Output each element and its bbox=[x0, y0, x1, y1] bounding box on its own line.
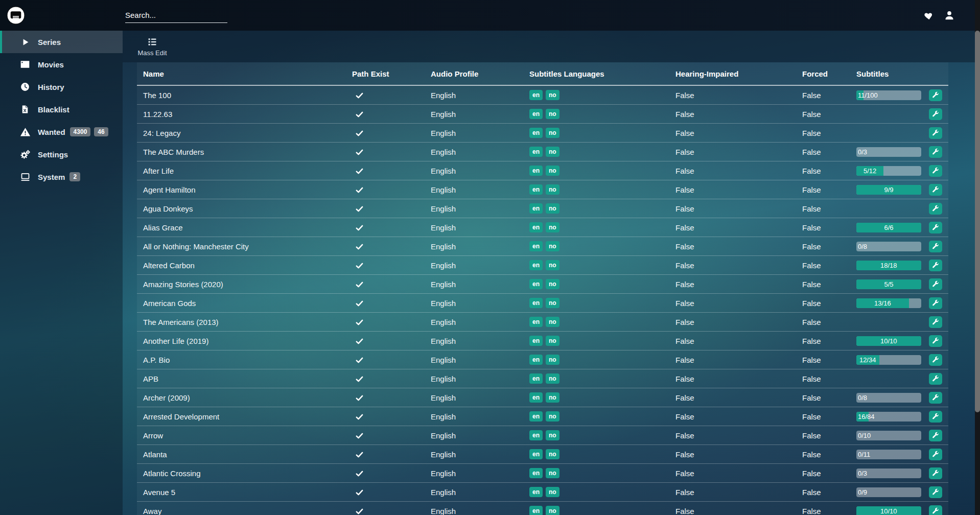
table-row[interactable]: The 100EnglishennoFalseFalse11/100 bbox=[137, 86, 948, 105]
edit-series-button[interactable] bbox=[929, 449, 942, 460]
series-name-link[interactable]: Archer (2009) bbox=[143, 393, 190, 402]
edit-series-button[interactable] bbox=[929, 165, 942, 177]
edit-series-button[interactable] bbox=[929, 278, 942, 290]
edit-series-button[interactable] bbox=[929, 411, 942, 423]
table-row[interactable]: Archer (2009)EnglishennoFalseFalse0/8 bbox=[137, 388, 948, 407]
language-badge: no bbox=[546, 298, 559, 308]
series-name-link[interactable]: APB bbox=[143, 374, 158, 383]
bazarr-logo-icon[interactable] bbox=[7, 6, 25, 25]
user-icon[interactable] bbox=[943, 9, 955, 21]
table-row[interactable]: Atlantic CrossingEnglishennoFalseFalse0/… bbox=[137, 464, 948, 483]
series-name-link[interactable]: Amazing Stories (2020) bbox=[143, 280, 223, 289]
table-row[interactable]: 24: LegacyEnglishennoFalseFalse bbox=[137, 124, 948, 143]
table-row[interactable]: Alias GraceEnglishennoFalseFalse6/6 bbox=[137, 218, 948, 237]
wrench-icon bbox=[932, 507, 939, 514]
table-row[interactable]: AwayEnglishennoFalseFalse10/10 bbox=[137, 502, 948, 515]
table-row[interactable]: Altered CarbonEnglishennoFalseFalse18/18 bbox=[137, 256, 948, 275]
edit-series-button[interactable] bbox=[929, 297, 942, 309]
edit-series-button[interactable] bbox=[929, 316, 942, 328]
table-row[interactable]: Arrested DevelopmentEnglishennoFalseFals… bbox=[137, 407, 948, 426]
hearing-impaired-cell: False bbox=[675, 223, 802, 232]
edit-series-button[interactable] bbox=[929, 241, 942, 252]
table-row[interactable]: American GodsEnglishennoFalseFalse13/16 bbox=[137, 294, 948, 313]
table-row[interactable]: ArrowEnglishennoFalseFalse0/10 bbox=[137, 426, 948, 445]
language-badge: no bbox=[546, 279, 559, 289]
progress-label: 10/10 bbox=[880, 336, 897, 346]
search-input[interactable] bbox=[125, 8, 227, 23]
edit-series-button[interactable] bbox=[929, 486, 942, 498]
edit-series-button[interactable] bbox=[929, 392, 942, 404]
series-name-link[interactable]: A.P. Bio bbox=[143, 356, 170, 364]
table-row[interactable]: A.P. BioEnglishennoFalseFalse12/34 bbox=[137, 350, 948, 369]
table-row[interactable]: Agent HamiltonEnglishennoFalseFalse9/9 bbox=[137, 180, 948, 199]
series-name-link[interactable]: The ABC Murders bbox=[143, 148, 204, 156]
series-name-link[interactable]: Away bbox=[143, 507, 161, 515]
sidebar-item-settings[interactable]: Settings bbox=[0, 143, 123, 166]
table-row[interactable]: The ABC MurdersEnglishennoFalseFalse0/3 bbox=[137, 143, 948, 161]
series-name-link[interactable]: Alias Grace bbox=[143, 223, 183, 232]
edit-series-button[interactable] bbox=[929, 127, 942, 139]
edit-series-button[interactable] bbox=[929, 354, 942, 366]
table-row[interactable]: After LifeEnglishennoFalseFalse5/12 bbox=[137, 161, 948, 180]
sidebar-item-movies[interactable]: Movies bbox=[0, 53, 123, 76]
edit-series-button[interactable] bbox=[929, 89, 942, 101]
series-name-link[interactable]: Atlantic Crossing bbox=[143, 469, 201, 478]
edit-series-button[interactable] bbox=[929, 184, 942, 196]
bazarr-app: SeriesMoviesHistoryBlacklistWanted430046… bbox=[0, 0, 980, 515]
language-badge: en bbox=[529, 298, 543, 308]
table-row[interactable]: AtlantaEnglishennoFalseFalse0/11 bbox=[137, 445, 948, 464]
heart-icon[interactable] bbox=[923, 9, 935, 21]
sidebar-item-series[interactable]: Series bbox=[0, 31, 123, 53]
series-name-link[interactable]: The 100 bbox=[143, 91, 171, 100]
subtitles-progress-bar: 0/8 bbox=[856, 393, 921, 403]
sidebar-item-system[interactable]: System2 bbox=[0, 166, 123, 188]
language-badge: no bbox=[546, 222, 559, 232]
sidebar-item-blacklist[interactable]: Blacklist bbox=[0, 98, 123, 121]
scrollbar-thumb[interactable] bbox=[975, 31, 980, 412]
edit-series-button[interactable] bbox=[929, 373, 942, 385]
series-name-link[interactable]: Atlanta bbox=[143, 450, 167, 459]
edit-series-button[interactable] bbox=[929, 260, 942, 271]
series-name-link[interactable]: Avenue 5 bbox=[143, 488, 175, 497]
edit-series-button[interactable] bbox=[929, 467, 942, 479]
sidebar-item-label: Blacklist bbox=[38, 105, 69, 114]
series-name-link[interactable]: 24: Legacy bbox=[143, 129, 180, 137]
table-row[interactable]: The Americans (2013)EnglishennoFalseFals… bbox=[137, 313, 948, 332]
table-row[interactable]: APBEnglishennoFalseFalse bbox=[137, 369, 948, 388]
edit-series-button[interactable] bbox=[929, 335, 942, 347]
series-name-link[interactable]: After Life bbox=[143, 167, 174, 175]
table-row[interactable]: Agua DonkeysEnglishennoFalseFalse bbox=[137, 199, 948, 218]
series-name-link[interactable]: The Americans (2013) bbox=[143, 318, 219, 326]
language-badge: en bbox=[529, 373, 543, 384]
table-row[interactable]: Another Life (2019)EnglishennoFalseFalse… bbox=[137, 332, 948, 350]
series-name-link[interactable]: Arrested Development bbox=[143, 412, 219, 421]
series-name-link[interactable]: Agent Hamilton bbox=[143, 185, 196, 194]
table-row[interactable]: 11.22.63EnglishennoFalseFalse bbox=[137, 105, 948, 124]
audio-profile-cell: English bbox=[431, 431, 529, 440]
series-name-link[interactable]: American Gods bbox=[143, 299, 196, 308]
edit-series-button[interactable] bbox=[929, 146, 942, 158]
edit-series-button[interactable] bbox=[929, 108, 942, 120]
path-exist-cell bbox=[352, 507, 431, 515]
series-name-link[interactable]: Altered Carbon bbox=[143, 261, 195, 270]
sidebar-item-history[interactable]: History bbox=[0, 76, 123, 98]
series-name-link[interactable]: All or Nothing: Manchester City bbox=[143, 242, 249, 251]
series-name-link[interactable]: Another Life (2019) bbox=[143, 337, 208, 345]
table-row[interactable]: All or Nothing: Manchester CityEnglishen… bbox=[137, 237, 948, 256]
scrollbar[interactable] bbox=[975, 0, 980, 515]
check-icon bbox=[355, 280, 364, 289]
edit-series-button[interactable] bbox=[929, 222, 942, 233]
edit-series-button[interactable] bbox=[929, 430, 942, 441]
mass-edit-button[interactable]: Mass Edit bbox=[136, 33, 169, 60]
table-row[interactable]: Amazing Stories (2020)EnglishennoFalseFa… bbox=[137, 275, 948, 294]
edit-series-button[interactable] bbox=[929, 505, 942, 515]
series-name-link[interactable]: 11.22.63 bbox=[143, 110, 172, 119]
series-name-cell: The Americans (2013) bbox=[137, 318, 352, 326]
series-name-cell: Archer (2009) bbox=[137, 393, 352, 402]
progress-label: 9/9 bbox=[884, 185, 894, 195]
table-row[interactable]: Avenue 5EnglishennoFalseFalse0/9 bbox=[137, 483, 948, 502]
edit-series-button[interactable] bbox=[929, 203, 942, 215]
series-name-link[interactable]: Arrow bbox=[143, 431, 163, 440]
sidebar-item-wanted[interactable]: Wanted430046 bbox=[0, 121, 123, 143]
series-name-link[interactable]: Agua Donkeys bbox=[143, 204, 193, 213]
